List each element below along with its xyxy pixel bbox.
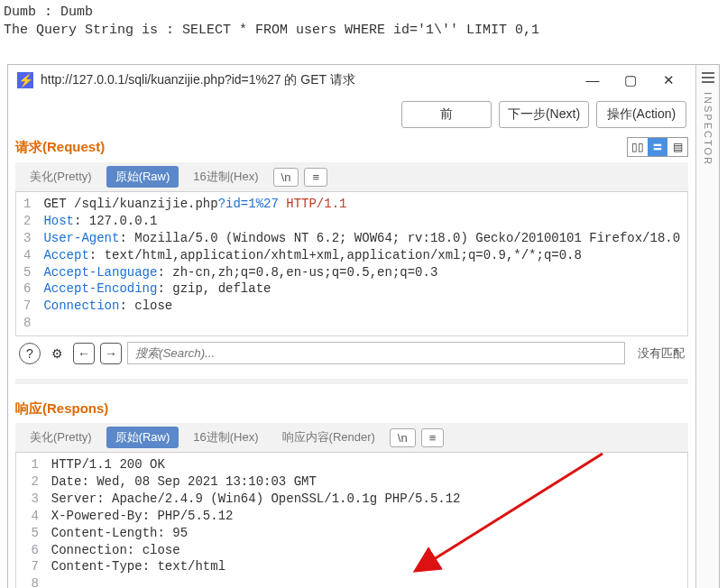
request-body[interactable]: 12345678 GET /sqli/kuanzijie.php?id=1%27… (15, 192, 688, 336)
output-line-1: Dumb : Dumb (4, 4, 723, 22)
no-match-label: 没有匹配 (630, 345, 685, 362)
response-line-numbers: 12345678910 (16, 453, 46, 588)
action-button[interactable]: 操作(Action) (596, 101, 686, 128)
response-pane: 响应(Respons) 美化(Pretty) 原始(Raw) 16进制(Hex)… (15, 397, 688, 588)
prev-button[interactable]: 前 (401, 101, 492, 128)
tab-newline[interactable]: \n (390, 428, 416, 447)
tab-pretty[interactable]: 美化(Pretty) (21, 427, 101, 448)
request-tabbar: 美化(Pretty) 原始(Raw) 16进制(Hex) \n ≡ (15, 162, 688, 192)
tab-hex[interactable]: 16进制(Hex) (184, 427, 267, 448)
request-line-numbers: 12345678 (16, 192, 38, 335)
inspector-toggle-icon[interactable] (702, 72, 714, 83)
request-view-mode[interactable]: ▯▯ 〓 ▤ (627, 137, 688, 157)
response-title: 响应(Respons) (15, 400, 108, 418)
output-line-2: The Query String is : SELECT * FROM user… (4, 22, 723, 40)
pane-divider[interactable] (15, 379, 688, 384)
tab-hex[interactable]: 16进制(Hex) (184, 166, 267, 188)
search-prev-button[interactable]: ← (73, 343, 95, 364)
maximize-button[interactable]: ▢ (618, 72, 643, 88)
http-window: ⚡ http://127.0.0.1/sqli/kuanzijie.php?id… (7, 64, 720, 588)
tab-menu-icon[interactable]: ≡ (421, 428, 445, 447)
window-title: http://127.0.0.1/sqli/kuanzijie.php?id=1… (41, 72, 573, 88)
gear-icon[interactable]: ⚙ (46, 343, 68, 364)
view-list-icon[interactable]: ▤ (667, 138, 687, 156)
app-icon: ⚡ (17, 72, 33, 88)
request-pane: 请求(Request) ▯▯ 〓 ▤ 美化(Pretty) 原始(Raw) 16… (15, 133, 688, 366)
tab-render[interactable]: 响应内容(Render) (273, 427, 384, 448)
search-next-button[interactable]: → (100, 343, 122, 364)
tab-menu-icon[interactable]: ≡ (304, 168, 327, 187)
request-search-bar: ? ⚙ ← → 没有匹配 (15, 336, 688, 366)
response-tabbar: 美化(Pretty) 原始(Raw) 16进制(Hex) 响应内容(Render… (15, 423, 688, 453)
tab-raw[interactable]: 原始(Raw) (106, 427, 179, 448)
inspector-sidebar[interactable]: INSPECTOR (695, 65, 719, 588)
next-button[interactable]: 下一步(Next) (499, 101, 589, 128)
top-action-bar: 前 下一步(Next) 操作(Action) (8, 96, 695, 133)
close-button[interactable]: ✕ (656, 72, 681, 88)
minimize-button[interactable]: — (580, 72, 605, 88)
tab-raw[interactable]: 原始(Raw) (106, 166, 179, 188)
view-stack-icon[interactable]: 〓 (648, 138, 667, 156)
tab-pretty[interactable]: 美化(Pretty) (21, 166, 101, 188)
page-plain-output: Dumb : Dumb The Query String is : SELECT… (0, 0, 727, 64)
search-input[interactable] (127, 342, 625, 364)
tab-newline[interactable]: \n (273, 168, 299, 187)
view-side-icon[interactable]: ▯▯ (628, 138, 648, 156)
titlebar: ⚡ http://127.0.0.1/sqli/kuanzijie.php?id… (8, 65, 695, 96)
response-body[interactable]: 12345678910 HTTP/1.1 200 OK Date: Wed, 0… (15, 453, 688, 588)
request-title: 请求(Request) (15, 139, 105, 156)
help-button[interactable]: ? (19, 343, 41, 364)
inspector-label: INSPECTOR (703, 92, 713, 166)
